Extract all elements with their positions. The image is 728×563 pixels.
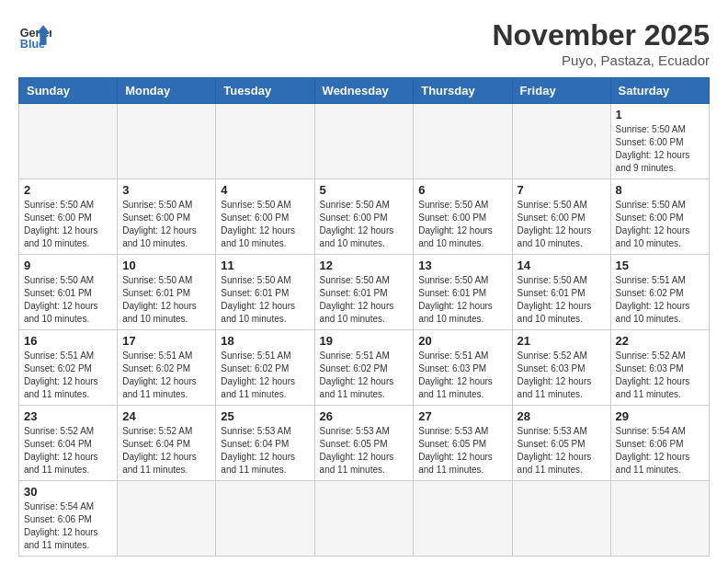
day-number: 25 [221,409,309,423]
day-info: Sunrise: 5:52 AM Sunset: 6:04 PM Dayligh… [122,425,210,477]
calendar-cell [118,104,216,179]
day-number: 12 [320,259,409,272]
calendar-cell: 26Sunrise: 5:53 AM Sunset: 6:05 PM Dayli… [314,406,414,481]
day-info: Sunrise: 5:50 AM Sunset: 6:00 PM Dayligh… [518,199,606,250]
calendar-cell: 19Sunrise: 5:51 AM Sunset: 6:02 PM Dayli… [314,330,414,406]
day-info: Sunrise: 5:51 AM Sunset: 6:02 PM Dayligh… [24,350,112,401]
calendar-cell: 8Sunrise: 5:50 AM Sunset: 6:00 PM Daylig… [610,179,709,255]
day-number: 18 [221,334,309,348]
calendar-week-row: 16Sunrise: 5:51 AM Sunset: 6:02 PM Dayli… [19,330,710,406]
day-number: 28 [518,409,606,423]
day-number: 8 [616,183,704,197]
location-subtitle: Puyo, Pastaza, Ecuador [492,52,710,68]
day-number: 7 [518,183,606,197]
day-info: Sunrise: 5:53 AM Sunset: 6:05 PM Dayligh… [320,425,409,477]
calendar-week-row: 30Sunrise: 5:54 AM Sunset: 6:06 PM Dayli… [19,481,710,557]
calendar-cell: 28Sunrise: 5:53 AM Sunset: 6:05 PM Dayli… [512,406,610,481]
day-info: Sunrise: 5:50 AM Sunset: 6:00 PM Dayligh… [616,123,704,175]
title-block: November 2025 Puyo, Pastaza, Ecuador [492,18,710,68]
day-info: Sunrise: 5:51 AM Sunset: 6:02 PM Dayligh… [320,350,409,401]
day-info: Sunrise: 5:54 AM Sunset: 6:06 PM Dayligh… [616,425,704,477]
calendar-cell [19,104,118,179]
calendar-cell: 5Sunrise: 5:50 AM Sunset: 6:00 PM Daylig… [314,179,414,255]
calendar-cell: 23Sunrise: 5:52 AM Sunset: 6:04 PM Dayli… [19,406,118,481]
column-header-monday: Monday [118,78,216,104]
calendar-cell [314,104,414,179]
day-info: Sunrise: 5:53 AM Sunset: 6:05 PM Dayligh… [418,425,506,477]
day-number: 19 [320,334,409,348]
calendar-cell: 14Sunrise: 5:50 AM Sunset: 6:01 PM Dayli… [512,255,610,330]
day-info: Sunrise: 5:50 AM Sunset: 6:00 PM Dayligh… [320,199,409,250]
day-number: 5 [320,183,409,197]
day-number: 3 [122,183,210,197]
day-number: 30 [24,485,112,499]
calendar-cell: 29Sunrise: 5:54 AM Sunset: 6:06 PM Dayli… [610,406,709,481]
day-number: 9 [24,259,112,272]
day-number: 23 [24,409,112,423]
day-info: Sunrise: 5:51 AM Sunset: 6:02 PM Dayligh… [221,350,309,401]
calendar-cell: 11Sunrise: 5:50 AM Sunset: 6:01 PM Dayli… [216,255,314,330]
calendar-cell [414,104,512,179]
calendar-cell: 20Sunrise: 5:51 AM Sunset: 6:03 PM Dayli… [414,330,512,406]
day-info: Sunrise: 5:52 AM Sunset: 6:03 PM Dayligh… [616,350,704,401]
day-number: 24 [122,409,210,423]
calendar-cell: 4Sunrise: 5:50 AM Sunset: 6:00 PM Daylig… [216,179,314,255]
day-info: Sunrise: 5:50 AM Sunset: 6:00 PM Dayligh… [24,199,112,250]
calendar-cell: 16Sunrise: 5:51 AM Sunset: 6:02 PM Dayli… [19,330,118,406]
day-number: 11 [221,259,309,272]
day-info: Sunrise: 5:50 AM Sunset: 6:01 PM Dayligh… [221,274,309,326]
day-info: Sunrise: 5:50 AM Sunset: 6:01 PM Dayligh… [24,274,112,326]
calendar-cell: 2Sunrise: 5:50 AM Sunset: 6:00 PM Daylig… [19,179,118,255]
calendar-cell [314,481,414,557]
calendar-week-row: 2Sunrise: 5:50 AM Sunset: 6:00 PM Daylig… [19,179,710,255]
day-info: Sunrise: 5:53 AM Sunset: 6:04 PM Dayligh… [221,425,309,477]
day-info: Sunrise: 5:52 AM Sunset: 6:04 PM Dayligh… [24,425,112,477]
calendar-cell: 13Sunrise: 5:50 AM Sunset: 6:01 PM Dayli… [414,255,512,330]
logo-icon: General Blue [18,18,51,52]
calendar-table: SundayMondayTuesdayWednesdayThursdayFrid… [18,77,710,557]
day-number: 15 [616,259,704,272]
calendar-cell: 9Sunrise: 5:50 AM Sunset: 6:01 PM Daylig… [19,255,118,330]
calendar-cell: 30Sunrise: 5:54 AM Sunset: 6:06 PM Dayli… [19,481,118,557]
day-number: 13 [418,259,506,272]
day-number: 27 [418,409,506,423]
calendar-cell: 24Sunrise: 5:52 AM Sunset: 6:04 PM Dayli… [118,406,216,481]
calendar-cell: 17Sunrise: 5:51 AM Sunset: 6:02 PM Dayli… [118,330,216,406]
day-number: 10 [122,259,210,272]
column-header-friday: Friday [512,78,610,104]
day-info: Sunrise: 5:53 AM Sunset: 6:05 PM Dayligh… [518,425,606,477]
calendar-cell [414,481,512,557]
calendar-cell: 7Sunrise: 5:50 AM Sunset: 6:00 PM Daylig… [512,179,610,255]
day-info: Sunrise: 5:50 AM Sunset: 6:01 PM Dayligh… [122,274,210,326]
page-header: General Blue November 2025 Puyo, Pastaza… [18,18,710,68]
calendar-cell: 25Sunrise: 5:53 AM Sunset: 6:04 PM Dayli… [216,406,314,481]
day-number: 6 [418,183,506,197]
day-info: Sunrise: 5:51 AM Sunset: 6:02 PM Dayligh… [616,274,704,326]
day-number: 26 [320,409,409,423]
day-info: Sunrise: 5:50 AM Sunset: 6:00 PM Dayligh… [418,199,506,250]
calendar-cell [118,481,216,557]
calendar-cell: 27Sunrise: 5:53 AM Sunset: 6:05 PM Dayli… [414,406,512,481]
day-info: Sunrise: 5:52 AM Sunset: 6:03 PM Dayligh… [518,350,606,401]
calendar-week-row: 1Sunrise: 5:50 AM Sunset: 6:00 PM Daylig… [19,104,710,179]
day-info: Sunrise: 5:50 AM Sunset: 6:01 PM Dayligh… [320,274,409,326]
day-number: 17 [122,334,210,348]
day-info: Sunrise: 5:54 AM Sunset: 6:06 PM Dayligh… [24,500,112,552]
calendar-cell: 22Sunrise: 5:52 AM Sunset: 6:03 PM Dayli… [610,330,709,406]
day-number: 29 [616,409,704,423]
column-header-wednesday: Wednesday [314,78,414,104]
calendar-cell: 10Sunrise: 5:50 AM Sunset: 6:01 PM Dayli… [118,255,216,330]
calendar-header-row: SundayMondayTuesdayWednesdayThursdayFrid… [19,78,710,104]
column-header-tuesday: Tuesday [216,78,314,104]
month-title: November 2025 [492,18,710,52]
calendar-cell [512,104,610,179]
column-header-sunday: Sunday [19,78,118,104]
calendar-cell: 21Sunrise: 5:52 AM Sunset: 6:03 PM Dayli… [512,330,610,406]
day-number: 4 [221,183,309,197]
calendar-cell: 15Sunrise: 5:51 AM Sunset: 6:02 PM Dayli… [610,255,709,330]
day-info: Sunrise: 5:51 AM Sunset: 6:02 PM Dayligh… [122,350,210,401]
day-info: Sunrise: 5:50 AM Sunset: 6:01 PM Dayligh… [418,274,506,326]
calendar-cell: 18Sunrise: 5:51 AM Sunset: 6:02 PM Dayli… [216,330,314,406]
logo: General Blue [18,18,51,52]
day-info: Sunrise: 5:51 AM Sunset: 6:03 PM Dayligh… [418,350,506,401]
